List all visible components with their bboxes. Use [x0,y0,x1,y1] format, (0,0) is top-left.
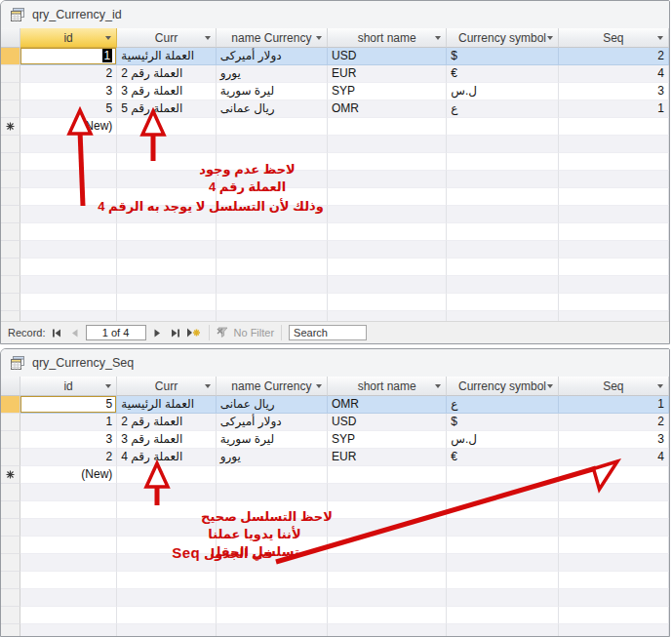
column-header-id[interactable]: id [20,28,117,48]
row-selector[interactable] [1,554,20,572]
row-selector[interactable] [1,414,20,431]
new-cell-id[interactable]: (New) [20,466,117,484]
new-cell-currency-symbol[interactable] [447,118,558,136]
cell-id[interactable]: 2 [20,65,117,83]
row-selector[interactable] [1,294,20,311]
cell-currency-symbol[interactable]: ل.س [447,431,558,449]
last-record-button[interactable] [168,325,183,340]
column-header-currency-symbol[interactable]: Currency symbol [447,377,558,396]
cell-name-currency[interactable]: ليرة سورية [217,431,328,449]
row-selector[interactable] [1,188,20,206]
column-dropdown-icon[interactable] [657,384,663,388]
column-dropdown-icon[interactable] [316,384,322,388]
column-dropdown-icon[interactable] [105,36,111,40]
new-cell-name-currency[interactable] [217,118,328,136]
new-cell-short-name[interactable] [328,118,447,136]
column-header-currency-symbol[interactable]: Currency symbol [447,28,558,48]
cell-short-name[interactable]: OMR [328,100,447,118]
row-selector[interactable] [1,484,20,501]
cell-currency-symbol[interactable]: $ [447,414,558,431]
previous-record-button[interactable] [67,325,83,340]
row-selector[interactable] [1,171,20,188]
cell-name-currency[interactable]: ريال عمانى [217,396,328,414]
cell-curr[interactable]: العملة رقم 3 [117,83,216,100]
column-header-curr[interactable]: Curr [117,28,216,48]
new-cell-short-name[interactable] [328,466,447,484]
row-selector[interactable] [1,396,20,414]
column-dropdown-icon[interactable] [205,384,211,388]
column-header-id[interactable]: id [20,377,117,396]
cell-id[interactable]: 5 [20,396,117,414]
cell-curr[interactable]: العملة رقم 2 [117,414,216,431]
column-dropdown-icon[interactable] [547,36,553,40]
column-header-short-name[interactable]: short name [328,28,447,48]
row-selector[interactable] [1,449,20,466]
row-selector[interactable] [1,223,20,241]
row-selector[interactable] [1,431,20,449]
cell-short-name[interactable]: USD [328,48,447,65]
row-selector[interactable] [1,589,20,607]
column-dropdown-icon[interactable] [105,384,111,388]
cell-curr[interactable]: العملة الرئيسية [117,396,216,414]
cell-id[interactable]: 1 [20,48,117,65]
cell-short-name[interactable]: USD [328,414,447,431]
cell-name-currency[interactable]: ليرة سورية [217,83,328,100]
cell-curr[interactable]: العملة رقم 5 [117,100,216,118]
cell-short-name[interactable]: EUR [328,65,447,83]
cell-name-currency[interactable]: ريال عمانى [217,100,328,118]
cell-name-currency[interactable]: دولار أميركى [217,48,328,65]
column-dropdown-icon[interactable] [435,36,441,40]
column-dropdown-icon[interactable] [657,36,663,40]
cell-currency-symbol[interactable]: € [447,65,558,83]
column-dropdown-icon[interactable] [435,384,441,388]
column-dropdown-icon[interactable] [547,384,553,388]
record-position-box[interactable]: 1 of 4 [86,325,146,340]
row-selector[interactable] [1,100,20,118]
new-cell-id[interactable]: (New) [20,118,117,136]
cell-seq[interactable]: 3 [559,431,669,449]
select-all-corner[interactable] [1,377,20,396]
cell-name-currency[interactable]: يورو [217,449,328,466]
cell-curr[interactable]: العملة رقم 3 [117,431,216,449]
cell-short-name[interactable]: SYP [328,83,447,100]
new-cell-seq[interactable] [559,118,669,136]
cell-seq[interactable]: 4 [559,65,669,83]
cell-currency-symbol[interactable]: ل.س [447,83,558,100]
row-selector[interactable] [1,259,20,276]
new-cell-curr[interactable] [117,118,216,136]
cell-seq[interactable]: 1 [559,100,669,118]
row-selector[interactable] [1,48,20,65]
column-header-name-currency[interactable]: name Currency [217,28,328,48]
column-dropdown-icon[interactable] [205,36,211,40]
new-cell-name-currency[interactable] [217,466,328,484]
first-record-button[interactable] [49,325,64,340]
row-selector[interactable] [1,572,20,589]
search-input[interactable]: Search [289,325,367,340]
row-selector[interactable] [1,607,20,624]
cell-name-currency[interactable]: يورو [217,65,328,83]
cell-seq[interactable]: 1 [559,396,669,414]
new-record-selector[interactable] [1,466,20,484]
row-selector[interactable] [1,241,20,259]
column-header-seq[interactable]: Seq [559,377,669,396]
row-selector[interactable] [1,136,20,153]
new-cell-seq[interactable] [559,466,669,484]
no-filter-toggle[interactable]: No Filter [217,327,275,338]
cell-seq[interactable]: 3 [559,83,669,100]
cell-currency-symbol[interactable]: € [447,449,558,466]
cell-name-currency[interactable]: دولار أميركى [217,414,328,431]
cell-id[interactable]: 3 [20,431,117,449]
cell-id[interactable]: 5 [20,100,117,118]
select-all-corner[interactable] [1,28,20,48]
row-selector[interactable] [1,501,20,519]
cell-curr[interactable]: العملة رقم 4 [117,449,216,466]
new-record-selector[interactable] [1,118,20,136]
new-record-button[interactable] [186,325,202,340]
column-header-curr[interactable]: Curr [117,377,216,396]
cell-seq[interactable]: 2 [559,48,669,65]
row-selector[interactable] [1,519,20,537]
cell-currency-symbol[interactable]: ع [447,396,558,414]
row-selector[interactable] [1,65,20,83]
row-selector[interactable] [1,153,20,171]
cell-seq[interactable]: 4 [559,449,669,466]
